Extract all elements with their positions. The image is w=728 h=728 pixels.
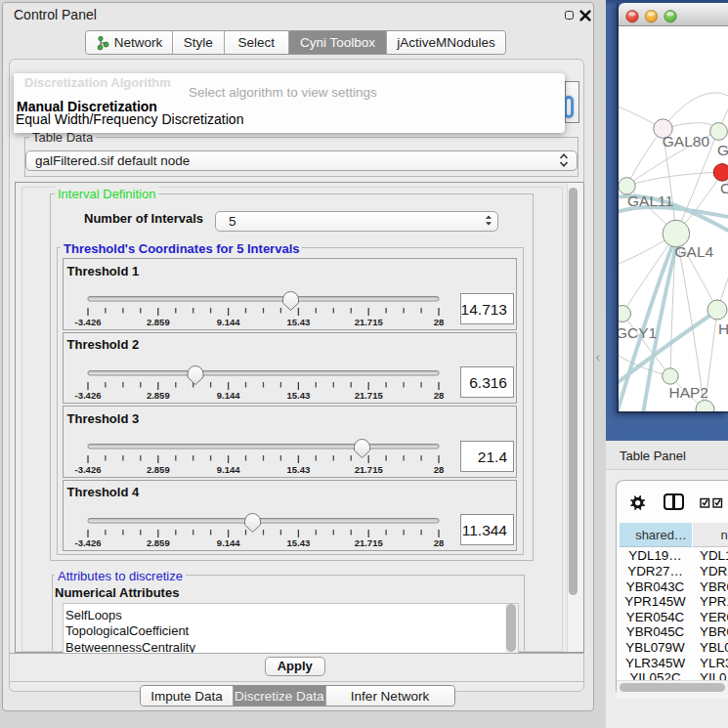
svg-text:HAP2: HAP2 — [668, 384, 708, 401]
svg-text:H: H — [718, 321, 728, 337]
svg-text:C: C — [720, 180, 728, 196]
svg-text:GAL11: GAL11 — [627, 193, 673, 209]
svg-text:GA: GA — [717, 142, 728, 158]
svg-text:GAL4: GAL4 — [674, 243, 713, 260]
svg-text:GCY1: GCY1 — [619, 324, 657, 341]
svg-text:GAL80: GAL80 — [662, 133, 709, 150]
